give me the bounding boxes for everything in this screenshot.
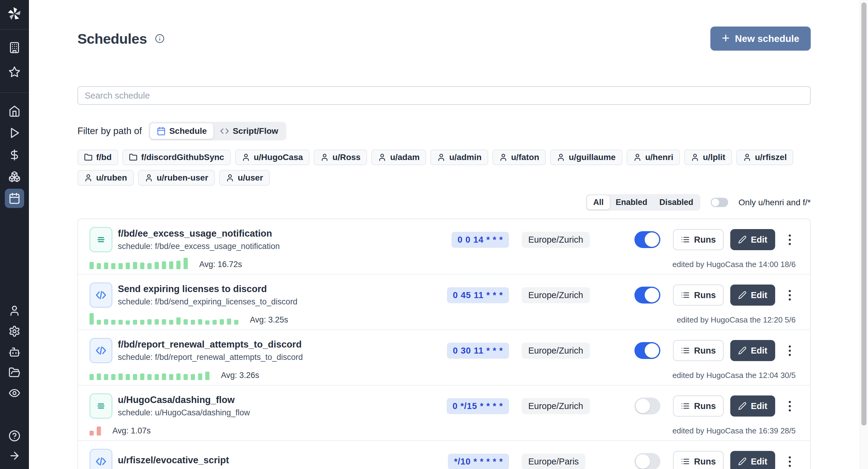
path-chip[interactable]: f/discordGithubSync [122,150,230,165]
path-chip[interactable]: u/lplit [684,150,732,165]
new-schedule-button[interactable]: + New schedule [710,27,811,51]
enabled-toggle[interactable] [634,231,660,248]
run-bar[interactable] [97,320,101,324]
run-bar[interactable] [176,317,181,324]
runs-button[interactable]: Runs [673,451,724,469]
edit-button[interactable]: Edit [730,229,775,250]
run-bar[interactable] [191,374,195,380]
run-bar[interactable] [176,261,181,269]
run-bar[interactable] [90,374,94,380]
path-chip[interactable]: u/ruben [78,170,134,186]
run-bar[interactable] [147,374,152,380]
run-bar[interactable] [104,319,108,324]
only-henri-toggle[interactable] [711,198,728,207]
runs-button[interactable]: Runs [673,340,724,361]
runs-button[interactable]: Runs [673,396,724,416]
run-bar[interactable] [155,262,159,269]
path-chip[interactable]: f/bd [78,150,118,165]
path-chip[interactable]: u/faton [493,150,546,165]
run-bar[interactable] [97,263,101,269]
path-chip[interactable]: u/guillaume [550,150,622,165]
home-icon[interactable] [8,105,21,117]
dollar-icon[interactable] [8,149,21,161]
run-bar[interactable] [111,374,116,380]
run-bar[interactable] [234,320,239,324]
run-bar[interactable] [176,373,181,380]
run-bar[interactable] [184,374,188,380]
run-bar[interactable] [140,320,144,324]
run-bar[interactable] [169,374,173,380]
run-bar[interactable] [147,263,152,269]
run-bar[interactable] [133,262,137,269]
enabled-toggle[interactable] [634,342,660,359]
run-bar[interactable] [90,431,94,436]
kebab-menu-icon[interactable] [784,285,796,306]
run-bar[interactable] [119,320,123,324]
run-bar[interactable] [205,320,210,324]
edit-button[interactable]: Edit [730,396,775,416]
run-bar[interactable] [104,262,108,269]
arrow-right-icon[interactable] [8,450,21,462]
run-bar[interactable] [169,261,173,269]
edit-button[interactable]: Edit [730,340,775,361]
enabled-toggle[interactable] [634,398,660,414]
run-bar[interactable] [90,313,94,324]
run-bar[interactable] [198,319,202,324]
path-chip[interactable]: u/rfiszel [736,150,794,165]
search-input[interactable] [78,86,811,105]
run-bar[interactable] [126,320,130,324]
star-icon[interactable] [8,66,21,78]
scrollbar-thumb[interactable] [861,2,867,426]
run-bar[interactable] [205,372,210,380]
schedule-title[interactable]: f/bd/ee_excess_usage_notification [118,228,407,239]
status-filter-option[interactable]: Enabled [610,195,653,210]
run-bar[interactable] [97,427,101,436]
run-bar[interactable] [133,320,137,324]
user-icon[interactable] [8,305,21,317]
building-icon[interactable] [8,41,21,54]
run-bar[interactable] [169,320,173,324]
run-bar[interactable] [119,373,123,380]
status-filter-option[interactable]: Disabled [653,195,700,210]
run-bar[interactable] [104,374,108,380]
eye-icon[interactable] [8,387,21,399]
windmill-logo[interactable] [6,5,23,22]
runs-button[interactable]: Runs [673,285,724,306]
schedule-title[interactable]: u/rfiszel/evocative_script [118,455,407,466]
run-bar[interactable] [155,374,159,380]
path-chip[interactable]: u/admin [430,150,488,165]
folder-open-icon[interactable] [8,367,21,379]
status-filter-option[interactable]: All [587,195,610,210]
path-type-tab[interactable]: Script/Flow [213,123,285,139]
run-bar[interactable] [220,319,224,324]
path-chip[interactable]: u/henri [627,150,680,165]
path-type-tab[interactable]: Schedule [150,123,213,139]
edit-button[interactable]: Edit [730,285,775,306]
path-chip[interactable]: u/HugoCasa [235,150,310,165]
kebab-menu-icon[interactable] [784,396,796,416]
schedule-title[interactable]: Send expiring licenses to discord [118,284,407,294]
play-icon[interactable] [8,127,21,139]
help-icon[interactable] [8,430,21,442]
run-bar[interactable] [155,319,159,324]
run-bar[interactable] [162,373,166,380]
path-chip[interactable]: u/adam [371,150,426,165]
run-bar[interactable] [213,320,217,324]
run-bar[interactable] [133,374,137,380]
edit-button[interactable]: Edit [730,451,775,469]
schedule-title[interactable]: f/bd/report_renewal_attempts_to_discord [118,339,407,350]
run-bar[interactable] [90,262,94,269]
run-bar[interactable] [184,319,188,324]
enabled-toggle[interactable] [634,287,660,304]
path-chip[interactable]: u/ruben-user [138,170,215,186]
path-chip[interactable]: u/user [219,170,270,186]
run-bar[interactable] [191,320,195,324]
run-bar[interactable] [111,320,116,324]
path-chip[interactable]: u/Ross [314,150,367,165]
kebab-menu-icon[interactable] [784,340,796,361]
kebab-menu-icon[interactable] [784,451,796,469]
kebab-menu-icon[interactable] [784,229,796,250]
run-bar[interactable] [227,319,231,324]
run-bar[interactable] [126,374,130,380]
runs-button[interactable]: Runs [673,229,724,250]
